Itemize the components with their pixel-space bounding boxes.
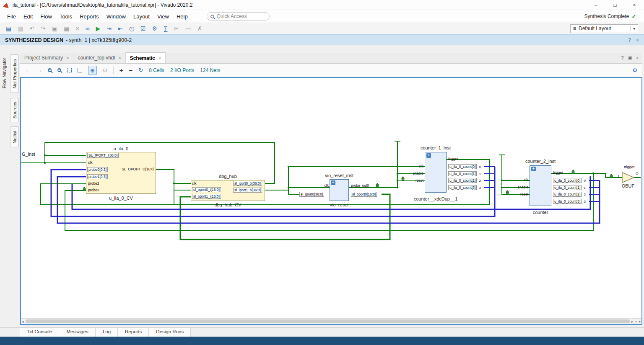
pane-float-icon[interactable]: ▣	[628, 55, 632, 61]
minimize-button[interactable]: –	[586, 0, 605, 10]
schematic-settings-gear-icon[interactable]: ⚙	[632, 67, 637, 73]
pin-clk[interactable]: clk	[410, 164, 423, 168]
menu-view[interactable]: View	[153, 11, 173, 22]
zoom-in-icon[interactable]: +	[48, 68, 52, 72]
io-ports-count-link[interactable]: 2 I/O Ports	[170, 67, 194, 73]
menu-file[interactable]: File	[3, 11, 20, 22]
pin-sl-oport0-i[interactable]: sl_oport0_i[16:0]	[192, 187, 221, 192]
settings-icon[interactable]: ⚙	[152, 26, 158, 31]
layout-selector[interactable]: ≡ Default Layout ▾	[570, 24, 638, 33]
zoom-selection-icon[interactable]	[78, 68, 82, 72]
close-icon[interactable]: ×	[66, 55, 69, 60]
pin-count-2[interactable]: u_ila_0_count[2]2	[553, 192, 586, 197]
close-icon[interactable]: ×	[118, 55, 121, 60]
close-button[interactable]: ×	[625, 0, 644, 10]
menu-edit[interactable]: Edit	[20, 11, 36, 22]
nets-count-link[interactable]: 124 Nets	[200, 67, 220, 73]
expand-plus-icon[interactable]: +	[119, 67, 123, 74]
sidebar-item-sources[interactable]: Sources	[10, 98, 19, 122]
menu-help[interactable]: Help	[173, 11, 192, 22]
pin-probe-out0[interactable]: probe_out0	[351, 183, 369, 188]
undo-icon[interactable]: ↶	[29, 26, 34, 31]
elapsed-time-icon[interactable]: ◷	[129, 26, 134, 31]
scroll-left-icon[interactable]: ◂	[22, 319, 24, 324]
cancel-icon[interactable]: ✗	[197, 26, 202, 31]
pin-sl-oport0[interactable]: sl_oport0[16:0]	[351, 192, 377, 197]
pin-probe0[interactable]: probe0[0:3]	[87, 167, 108, 172]
expand-block-icon[interactable]: +	[426, 153, 431, 158]
pin-count-0[interactable]: u_ila_0_count[0]0	[553, 178, 586, 183]
block-counter-1[interactable]	[425, 152, 447, 193]
pin-sl-oport1-i[interactable]: sl_oport1_i[16:0]	[192, 194, 221, 199]
pin-probe2[interactable]: probe2	[88, 181, 99, 185]
pin-clk[interactable]: clk	[88, 160, 92, 165]
close-icon[interactable]: ×	[158, 56, 161, 61]
tab-messages[interactable]: Messages	[59, 328, 95, 337]
pin-count-2[interactable]: u_ila_0_count[2]2	[448, 178, 481, 183]
expand-cone-icon[interactable]: ⊙	[103, 67, 107, 73]
zoom-out-icon[interactable]: −	[57, 68, 61, 72]
block-counter-2[interactable]	[530, 165, 551, 206]
cells-count-link[interactable]: 8 Cells	[149, 67, 164, 73]
collapse-minus-icon[interactable]: −	[129, 67, 133, 74]
quick-access-search[interactable]: Quick Access	[207, 12, 270, 21]
autofit-selection-button[interactable]: ⊕	[88, 66, 97, 75]
sidebar-item-netlist[interactable]: Netlist	[10, 126, 19, 147]
expand-block-icon[interactable]: +	[331, 180, 335, 185]
scroll-right-icon[interactable]: ▸	[631, 319, 634, 324]
scroll-menu-icon[interactable]: ▾	[639, 319, 641, 324]
pane-maximize-icon[interactable]: ▫	[636, 55, 638, 60]
step-into-icon[interactable]: ⇥	[106, 26, 112, 31]
pin-count-3[interactable]: u_ila_0_count[3]3	[448, 185, 481, 190]
obuf-triangle[interactable]	[622, 172, 634, 183]
paste-icon[interactable]: ▦	[64, 26, 69, 31]
pin-count-1[interactable]: u_ila_0_count[1]1	[448, 171, 481, 176]
sigma-icon[interactable]: ∑	[164, 26, 168, 31]
zoom-fit-icon[interactable]	[67, 68, 72, 72]
tab-design-runs[interactable]: Design Runs	[149, 328, 191, 337]
pin-sl-oport-o[interactable]: SL_OPORT_O[16:0]	[117, 167, 154, 171]
pin-trigger[interactable]: trigger	[448, 157, 458, 161]
clean-icon[interactable]: ▭	[185, 26, 191, 31]
pin-clk[interactable]: clk	[316, 183, 329, 188]
pin-enable[interactable]: enable	[405, 171, 423, 175]
block-u-ila-0[interactable]	[86, 152, 156, 194]
pin-trigger[interactable]: trigger	[553, 170, 563, 175]
banner-help-icon[interactable]: ?	[628, 37, 631, 43]
tab-reports[interactable]: Reports	[118, 328, 149, 337]
flow-navigator-tab[interactable]: Flow Navigator	[2, 58, 7, 88]
menu-flow[interactable]: Flow	[36, 11, 55, 22]
delete-icon[interactable]: ×	[75, 26, 79, 31]
forward-icon[interactable]: →	[36, 67, 42, 73]
sidebar-item-net-properties[interactable]: Net Properties	[10, 54, 19, 93]
pin-enable[interactable]: enable	[509, 185, 528, 189]
horizontal-scrollbar[interactable]: ◂ ▸ » ▾	[21, 318, 641, 324]
pin-reset[interactable]: reset	[408, 178, 423, 183]
pin-sl-iport-i[interactable]: SL_IPORT_I[36:0]	[87, 153, 119, 158]
maximize-button[interactable]: □	[605, 0, 625, 10]
auto-connect-icon[interactable]: ∞	[86, 26, 90, 31]
menu-layout[interactable]: Layout	[130, 11, 153, 22]
back-icon[interactable]: ←	[25, 67, 31, 73]
menu-window[interactable]: Window	[103, 11, 130, 22]
tab-schematic[interactable]: Schematic ×	[126, 52, 166, 63]
pin-count-3[interactable]: u_ila_0_count[3]3	[553, 199, 586, 204]
tab-log[interactable]: Log	[96, 328, 118, 337]
pin-clk[interactable]: clk	[192, 181, 196, 185]
report-icon[interactable]: ☑	[140, 26, 146, 31]
pin-sl-iport0[interactable]: sl_iport0[36:0]	[299, 192, 324, 197]
pin-probe3[interactable]: probe3	[88, 188, 99, 192]
pin-reset[interactable]: reset	[512, 192, 528, 196]
pin-sl-iport1-o[interactable]: sl_iport1_o[36:0]	[233, 188, 262, 193]
copy-icon[interactable]: ▣	[52, 26, 57, 31]
cut-icon[interactable]: ✂	[174, 26, 179, 31]
tab-project-summary[interactable]: Project Summary ×	[20, 52, 73, 63]
clock-buffer-instance-label[interactable]: G_inst	[22, 152, 35, 157]
menu-tools[interactable]: Tools	[56, 11, 76, 22]
menu-reports[interactable]: Reports	[76, 11, 103, 22]
save-icon[interactable]: ▥	[18, 26, 23, 31]
scrollbar-thumb[interactable]	[26, 319, 630, 323]
step-over-icon[interactable]: ⇤	[118, 26, 123, 31]
expand-block-icon[interactable]: +	[531, 167, 536, 171]
open-project-icon[interactable]: ▤	[6, 26, 11, 31]
